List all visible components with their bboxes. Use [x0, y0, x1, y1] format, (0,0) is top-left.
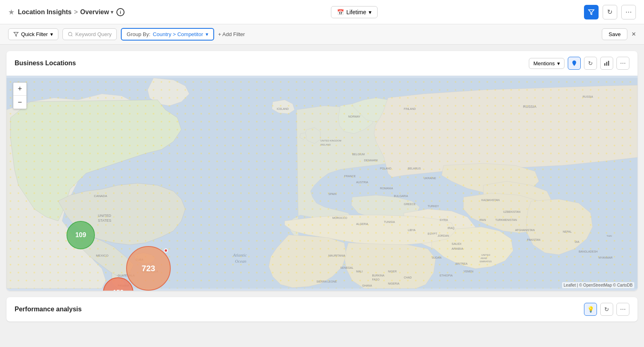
svg-text:IRAN: IRAN	[479, 218, 486, 221]
svg-text:ROMANIA: ROMANIA	[380, 187, 393, 190]
performance-card-title: Performance analysis	[15, 306, 82, 313]
star-icon[interactable]: ★	[8, 8, 15, 17]
svg-text:MYANMAR: MYANMAR	[599, 256, 613, 259]
svg-text:AFGHANISTAN: AFGHANISTAN	[515, 229, 535, 231]
svg-text:UNITED: UNITED	[98, 214, 111, 218]
svg-rect-7	[608, 61, 609, 66]
svg-text:ALGERIA: ALGERIA	[356, 223, 368, 225]
svg-text:PAKISTAN: PAKISTAN	[527, 238, 541, 241]
lifetime-button[interactable]: 📅 Lifetime ▾	[331, 6, 378, 18]
refresh-map-icon: ↻	[588, 60, 593, 66]
svg-text:IRAQ: IRAQ	[448, 227, 455, 230]
svg-text:TUNISIA: TUNISIA	[384, 221, 395, 223]
quick-filter-button[interactable]: Quick Filter ▾	[8, 28, 58, 40]
zoom-in-button[interactable]: +	[13, 83, 26, 96]
svg-text:CANADA: CANADA	[94, 194, 107, 198]
svg-rect-6	[606, 62, 608, 66]
refresh-button[interactable]: ↻	[603, 5, 617, 19]
svg-text:GREECE: GREECE	[404, 203, 416, 206]
svg-text:SIERRA LEONE: SIERRA LEONE	[316, 280, 337, 283]
save-button[interactable]: Save	[602, 28, 628, 40]
svg-text:ARAB: ARAB	[481, 257, 487, 259]
marker-109-label: 109	[75, 231, 86, 239]
close-filter-button[interactable]: ×	[631, 30, 636, 39]
svg-text:CHAD: CHAD	[404, 276, 412, 279]
svg-text:MOROCCO: MOROCCO	[332, 216, 347, 219]
svg-text:NIGER: NIGER	[388, 270, 397, 273]
light-button[interactable]: 💡	[584, 303, 597, 316]
svg-text:FRANCE: FRANCE	[344, 175, 356, 178]
breadcrumb-title: Location Insights	[18, 9, 71, 16]
filter-bar: Quick Filter ▾ Keyword Query Group By: C…	[0, 24, 644, 45]
zoom-out-button[interactable]: −	[13, 96, 26, 109]
svg-text:AUSTRIA: AUSTRIA	[356, 181, 368, 184]
svg-rect-5	[604, 63, 605, 66]
bar-chart-button[interactable]	[600, 57, 613, 70]
svg-text:BURKINA: BURKINA	[372, 274, 384, 277]
svg-text:UKRAINE: UKRAINE	[424, 177, 436, 180]
svg-text:KAZAKHSTAN: KAZAKHSTAN	[481, 199, 500, 201]
svg-text:FINLAND: FINLAND	[404, 107, 416, 110]
svg-text:UNITED KINGDOM: UNITED KINGDOM	[320, 139, 341, 142]
add-filter-label: + Add Filter	[218, 31, 245, 37]
filter-icon	[588, 9, 595, 15]
svg-text:UZBEKISTAN: UZBEKISTAN	[503, 210, 521, 213]
svg-point-2	[68, 32, 72, 36]
svg-text:ETHIOPIA: ETHIOPIA	[440, 274, 453, 277]
map-icon	[571, 60, 577, 66]
refresh-performance-button[interactable]: ↻	[600, 303, 613, 316]
map-view-button[interactable]	[568, 57, 581, 70]
more-performance-button[interactable]: ⋯	[616, 303, 629, 316]
breadcrumb: Location Insights > Overview ▾	[18, 9, 113, 16]
breadcrumb-current[interactable]: Overview ▾	[80, 9, 113, 16]
svg-marker-1	[14, 32, 18, 36]
breadcrumb-page: Overview	[80, 9, 109, 16]
group-by-label: Group By:	[127, 31, 150, 37]
quick-filter-icon	[13, 32, 19, 37]
refresh-map-button[interactable]: ↻	[584, 57, 597, 70]
svg-text:RUSSIA: RUSSIA	[523, 105, 537, 109]
svg-text:MEXICO: MEXICO	[96, 254, 108, 257]
mentions-chevron-icon: ▾	[557, 60, 560, 66]
map-pin	[164, 248, 168, 253]
mentions-label: Mentions	[533, 60, 555, 66]
svg-text:MALI: MALI	[356, 270, 363, 273]
keyword-query-input[interactable]: Keyword Query	[62, 28, 117, 40]
keyword-query-label: Keyword Query	[75, 31, 112, 37]
svg-text:ERITREA: ERITREA	[455, 262, 468, 265]
map-card: Business Locations Mentions ▾ ↻	[6, 51, 638, 291]
svg-line-3	[71, 35, 72, 36]
map-marker-723[interactable]: 723	[126, 246, 171, 291]
svg-text:LIBYA: LIBYA	[408, 229, 416, 231]
more-button[interactable]: ⋯	[621, 5, 636, 19]
svg-text:DENMARK: DENMARK	[364, 159, 378, 162]
info-icon[interactable]: i	[116, 8, 125, 16]
svg-text:NEPAL: NEPAL	[563, 230, 572, 233]
svg-marker-0	[588, 10, 594, 15]
svg-text:THAI: THAI	[607, 235, 612, 237]
map-marker-109[interactable]: 109	[67, 221, 95, 249]
filter-active-button[interactable]	[584, 5, 599, 19]
svg-text:NIGERIA: NIGERIA	[388, 282, 400, 285]
svg-text:BELARUS: BELARUS	[408, 167, 421, 170]
map-container[interactable]: CANADA UNITED STATES MEXICO GUATEMALA PA…	[6, 76, 638, 291]
breadcrumb-chevron-icon: ▾	[111, 9, 113, 15]
group-by-button[interactable]: Group By: Country > Competitor ▾	[121, 28, 214, 41]
svg-text:SPAIN: SPAIN	[328, 193, 337, 195]
svg-text:TURKMENISTAN: TURKMENISTAN	[495, 218, 517, 221]
refresh-performance-icon: ↻	[604, 306, 609, 313]
svg-text:GHANA: GHANA	[362, 284, 372, 287]
header-center: 📅 Lifetime ▾	[331, 6, 378, 18]
more-map-button[interactable]: ⋯	[616, 57, 629, 70]
performance-card-header: Performance analysis 💡 ↻ ⋯	[6, 297, 638, 321]
quick-filter-chevron-icon: ▾	[50, 31, 53, 37]
marker-723-label: 723	[142, 264, 155, 273]
svg-text:BULGARIA: BULGARIA	[394, 195, 408, 197]
refresh-icon: ↻	[607, 8, 612, 16]
map-attribution: Leaflet | © OpenStreetMap © CartoDB	[562, 282, 634, 288]
svg-text:FASO: FASO	[372, 278, 379, 281]
svg-text:JORDAN: JORDAN	[438, 234, 449, 237]
add-filter-button[interactable]: + Add Filter	[218, 31, 245, 37]
mentions-select[interactable]: Mentions ▾	[529, 58, 565, 69]
svg-text:SENEGAL: SENEGAL	[340, 266, 354, 269]
